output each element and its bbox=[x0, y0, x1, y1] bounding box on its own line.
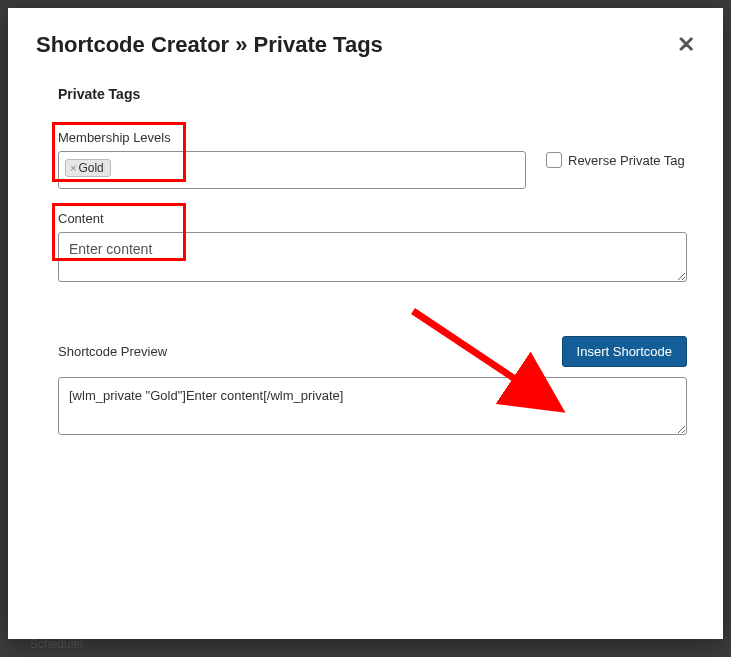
shortcode-preview-label: Shortcode Preview bbox=[58, 344, 167, 359]
level-tag-label: Gold bbox=[78, 161, 103, 175]
section-title: Private Tags bbox=[58, 86, 695, 102]
modal-header: Shortcode Creator » Private Tags ✕ bbox=[36, 32, 695, 58]
level-tag[interactable]: ×Gold bbox=[65, 159, 111, 177]
tag-remove-icon[interactable]: × bbox=[70, 162, 76, 174]
content-group: Content bbox=[58, 211, 687, 286]
close-icon[interactable]: ✕ bbox=[677, 34, 695, 56]
levels-row: Membership Levels ×Gold Reverse Private … bbox=[58, 130, 687, 189]
backdrop-scheduler-text: Scheduler bbox=[30, 637, 84, 651]
reverse-private-tag-checkbox[interactable] bbox=[546, 152, 562, 168]
shortcode-preview-textarea[interactable] bbox=[58, 377, 687, 435]
membership-levels-label: Membership Levels bbox=[58, 130, 526, 145]
form-body: Membership Levels ×Gold Reverse Private … bbox=[58, 130, 687, 439]
insert-shortcode-button[interactable]: Insert Shortcode bbox=[562, 336, 687, 367]
membership-levels-group: Membership Levels ×Gold bbox=[58, 130, 526, 189]
shortcode-creator-modal: Shortcode Creator » Private Tags ✕ Priva… bbox=[8, 8, 723, 639]
membership-levels-input[interactable]: ×Gold bbox=[58, 151, 526, 189]
content-textarea[interactable] bbox=[58, 232, 687, 282]
modal-title: Shortcode Creator » Private Tags bbox=[36, 32, 383, 58]
reverse-private-tag-label: Reverse Private Tag bbox=[568, 153, 685, 168]
reverse-private-tag-group: Reverse Private Tag bbox=[546, 130, 685, 168]
preview-header-row: Shortcode Preview Insert Shortcode bbox=[58, 336, 687, 367]
content-label: Content bbox=[58, 211, 687, 226]
